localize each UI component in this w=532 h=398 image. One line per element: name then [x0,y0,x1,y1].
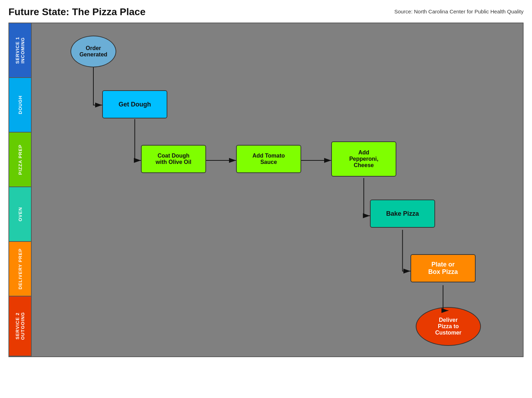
swimlane-row-dough: DOUGHGet Dough [9,78,523,133]
swimlane-content-pizza-prep: Coat Doughwith Olive OilAdd TomatoSauceA… [31,133,523,187]
node-bake: Bake Pizza [370,200,435,228]
swimlane-label-service2: SERVICE 2OUTGOING [9,296,31,356]
swimlane-label-delivery-prep: DELIVERY PREP [9,242,31,296]
page-source: Source: North Carolina Center for Public… [394,6,524,14]
swimlane-row-service1: SERVICE 1INCOMINGOrderGenerated [9,23,523,78]
swimlane-content-service1: OrderGenerated [31,23,523,78]
node-order: OrderGenerated [70,36,116,67]
swimlane-label-dough: DOUGH [9,78,31,132]
swimlane-row-oven: OVENBake Pizza [9,187,523,242]
node-plate: Plate orBox Pizza [410,254,476,282]
node-deliver: DeliverPizza toCustomer [416,307,481,346]
swimlane-row-pizza-prep: PIZZA PREPCoat Doughwith Olive OilAdd To… [9,133,523,187]
node-pepperoni: AddPepperoni,Cheese [331,141,396,177]
page-title: Future State: The Pizza Place [8,6,146,18]
page-header: Future State: The Pizza Place Source: No… [8,6,524,18]
swimlane-label-service1: SERVICE 1INCOMING [9,23,31,77]
swimlane-content-oven: Bake Pizza [31,187,523,242]
swimlane-row-service2: SERVICE 2OUTGOINGDeliverPizza toCustomer [9,296,523,356]
swimlane-content-dough: Get Dough [31,78,523,133]
swimlane-label-pizza-prep: PIZZA PREP [9,133,31,186]
swimlane-container: SERVICE 1INCOMINGOrderGeneratedDOUGHGet … [8,23,524,357]
node-get-dough: Get Dough [102,90,167,118]
swimlane-content-delivery-prep: Plate orBox Pizza [31,242,523,296]
node-coat: Coat Doughwith Olive Oil [141,145,206,173]
swimlane-label-oven: OVEN [9,187,31,241]
swimlane-row-delivery-prep: DELIVERY PREPPlate orBox Pizza [9,242,523,296]
node-tomato: Add TomatoSauce [236,145,301,173]
swimlane-content-service2: DeliverPizza toCustomer [31,296,523,356]
page: Future State: The Pizza Place Source: No… [0,0,532,366]
